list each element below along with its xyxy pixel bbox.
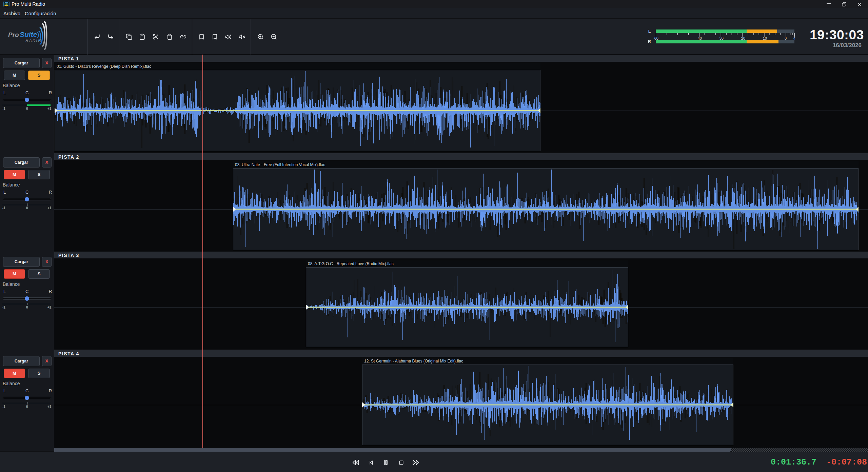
svg-text:Suite: Suite — [20, 31, 37, 38]
svg-text:Pro: Pro — [8, 31, 19, 38]
